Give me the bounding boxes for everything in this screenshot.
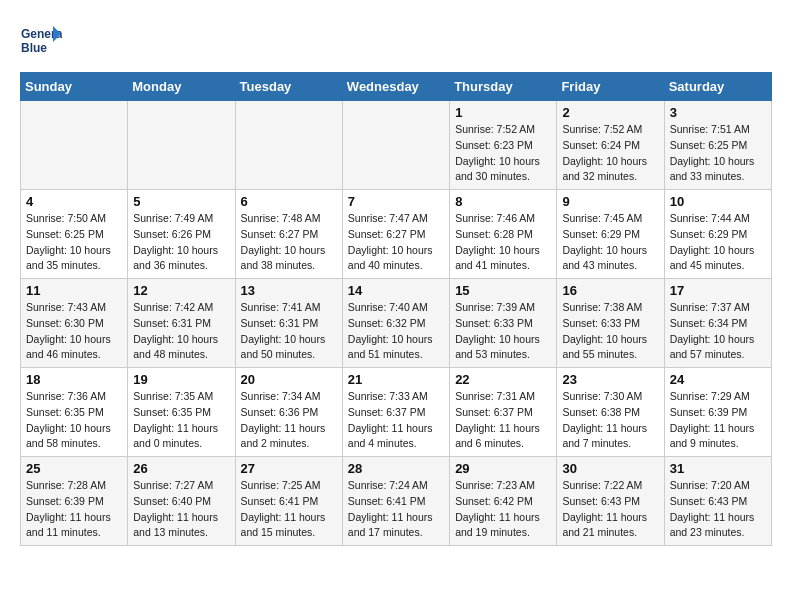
day-number: 29 [455, 461, 551, 476]
day-number: 25 [26, 461, 122, 476]
calendar-week-row: 1Sunrise: 7:52 AMSunset: 6:23 PMDaylight… [21, 101, 772, 190]
day-info: Sunrise: 7:49 AMSunset: 6:26 PMDaylight:… [133, 211, 229, 274]
day-info: Sunrise: 7:44 AMSunset: 6:29 PMDaylight:… [670, 211, 766, 274]
calendar-week-row: 4Sunrise: 7:50 AMSunset: 6:25 PMDaylight… [21, 190, 772, 279]
calendar-cell: 17Sunrise: 7:37 AMSunset: 6:34 PMDayligh… [664, 279, 771, 368]
day-info: Sunrise: 7:22 AMSunset: 6:43 PMDaylight:… [562, 478, 658, 541]
day-number: 26 [133, 461, 229, 476]
calendar-cell: 1Sunrise: 7:52 AMSunset: 6:23 PMDaylight… [450, 101, 557, 190]
day-number: 13 [241, 283, 337, 298]
weekday-header-tuesday: Tuesday [235, 73, 342, 101]
day-info: Sunrise: 7:52 AMSunset: 6:24 PMDaylight:… [562, 122, 658, 185]
svg-text:Blue: Blue [21, 41, 47, 55]
weekday-header-thursday: Thursday [450, 73, 557, 101]
day-info: Sunrise: 7:41 AMSunset: 6:31 PMDaylight:… [241, 300, 337, 363]
day-number: 24 [670, 372, 766, 387]
day-number: 4 [26, 194, 122, 209]
calendar-cell: 19Sunrise: 7:35 AMSunset: 6:35 PMDayligh… [128, 368, 235, 457]
day-number: 7 [348, 194, 444, 209]
day-info: Sunrise: 7:52 AMSunset: 6:23 PMDaylight:… [455, 122, 551, 185]
day-number: 6 [241, 194, 337, 209]
weekday-header-monday: Monday [128, 73, 235, 101]
calendar-cell: 11Sunrise: 7:43 AMSunset: 6:30 PMDayligh… [21, 279, 128, 368]
day-info: Sunrise: 7:48 AMSunset: 6:27 PMDaylight:… [241, 211, 337, 274]
day-info: Sunrise: 7:43 AMSunset: 6:30 PMDaylight:… [26, 300, 122, 363]
calendar-cell: 23Sunrise: 7:30 AMSunset: 6:38 PMDayligh… [557, 368, 664, 457]
day-number: 23 [562, 372, 658, 387]
day-info: Sunrise: 7:38 AMSunset: 6:33 PMDaylight:… [562, 300, 658, 363]
day-number: 11 [26, 283, 122, 298]
day-number: 28 [348, 461, 444, 476]
calendar-cell: 5Sunrise: 7:49 AMSunset: 6:26 PMDaylight… [128, 190, 235, 279]
day-info: Sunrise: 7:40 AMSunset: 6:32 PMDaylight:… [348, 300, 444, 363]
calendar-cell: 16Sunrise: 7:38 AMSunset: 6:33 PMDayligh… [557, 279, 664, 368]
calendar-cell: 22Sunrise: 7:31 AMSunset: 6:37 PMDayligh… [450, 368, 557, 457]
calendar-cell: 26Sunrise: 7:27 AMSunset: 6:40 PMDayligh… [128, 457, 235, 546]
day-info: Sunrise: 7:42 AMSunset: 6:31 PMDaylight:… [133, 300, 229, 363]
day-number: 5 [133, 194, 229, 209]
day-info: Sunrise: 7:36 AMSunset: 6:35 PMDaylight:… [26, 389, 122, 452]
day-number: 16 [562, 283, 658, 298]
day-number: 30 [562, 461, 658, 476]
day-number: 27 [241, 461, 337, 476]
weekday-header-friday: Friday [557, 73, 664, 101]
day-number: 18 [26, 372, 122, 387]
header: General Blue [20, 20, 772, 62]
day-number: 3 [670, 105, 766, 120]
calendar-cell: 3Sunrise: 7:51 AMSunset: 6:25 PMDaylight… [664, 101, 771, 190]
day-number: 12 [133, 283, 229, 298]
calendar-week-row: 25Sunrise: 7:28 AMSunset: 6:39 PMDayligh… [21, 457, 772, 546]
day-info: Sunrise: 7:39 AMSunset: 6:33 PMDaylight:… [455, 300, 551, 363]
day-info: Sunrise: 7:34 AMSunset: 6:36 PMDaylight:… [241, 389, 337, 452]
calendar-cell: 12Sunrise: 7:42 AMSunset: 6:31 PMDayligh… [128, 279, 235, 368]
day-number: 9 [562, 194, 658, 209]
calendar-cell: 20Sunrise: 7:34 AMSunset: 6:36 PMDayligh… [235, 368, 342, 457]
day-info: Sunrise: 7:45 AMSunset: 6:29 PMDaylight:… [562, 211, 658, 274]
logo-svg: General Blue [20, 20, 62, 62]
calendar-week-row: 18Sunrise: 7:36 AMSunset: 6:35 PMDayligh… [21, 368, 772, 457]
day-number: 22 [455, 372, 551, 387]
calendar-cell: 15Sunrise: 7:39 AMSunset: 6:33 PMDayligh… [450, 279, 557, 368]
day-info: Sunrise: 7:33 AMSunset: 6:37 PMDaylight:… [348, 389, 444, 452]
calendar-cell: 24Sunrise: 7:29 AMSunset: 6:39 PMDayligh… [664, 368, 771, 457]
calendar-cell: 18Sunrise: 7:36 AMSunset: 6:35 PMDayligh… [21, 368, 128, 457]
day-info: Sunrise: 7:51 AMSunset: 6:25 PMDaylight:… [670, 122, 766, 185]
calendar-cell: 27Sunrise: 7:25 AMSunset: 6:41 PMDayligh… [235, 457, 342, 546]
day-info: Sunrise: 7:29 AMSunset: 6:39 PMDaylight:… [670, 389, 766, 452]
calendar-cell: 6Sunrise: 7:48 AMSunset: 6:27 PMDaylight… [235, 190, 342, 279]
day-info: Sunrise: 7:46 AMSunset: 6:28 PMDaylight:… [455, 211, 551, 274]
day-info: Sunrise: 7:37 AMSunset: 6:34 PMDaylight:… [670, 300, 766, 363]
calendar-cell: 21Sunrise: 7:33 AMSunset: 6:37 PMDayligh… [342, 368, 449, 457]
calendar-cell: 8Sunrise: 7:46 AMSunset: 6:28 PMDaylight… [450, 190, 557, 279]
day-number: 2 [562, 105, 658, 120]
weekday-header-saturday: Saturday [664, 73, 771, 101]
day-number: 1 [455, 105, 551, 120]
calendar-cell: 30Sunrise: 7:22 AMSunset: 6:43 PMDayligh… [557, 457, 664, 546]
day-info: Sunrise: 7:24 AMSunset: 6:41 PMDaylight:… [348, 478, 444, 541]
day-info: Sunrise: 7:20 AMSunset: 6:43 PMDaylight:… [670, 478, 766, 541]
day-info: Sunrise: 7:35 AMSunset: 6:35 PMDaylight:… [133, 389, 229, 452]
calendar-cell: 4Sunrise: 7:50 AMSunset: 6:25 PMDaylight… [21, 190, 128, 279]
calendar-cell: 28Sunrise: 7:24 AMSunset: 6:41 PMDayligh… [342, 457, 449, 546]
weekday-header-row: SundayMondayTuesdayWednesdayThursdayFrid… [21, 73, 772, 101]
calendar-cell: 7Sunrise: 7:47 AMSunset: 6:27 PMDaylight… [342, 190, 449, 279]
day-number: 31 [670, 461, 766, 476]
calendar-cell: 9Sunrise: 7:45 AMSunset: 6:29 PMDaylight… [557, 190, 664, 279]
weekday-header-wednesday: Wednesday [342, 73, 449, 101]
page-container: General Blue SundayMondayTuesdayWednesda… [20, 20, 772, 546]
day-info: Sunrise: 7:27 AMSunset: 6:40 PMDaylight:… [133, 478, 229, 541]
day-info: Sunrise: 7:28 AMSunset: 6:39 PMDaylight:… [26, 478, 122, 541]
calendar-cell: 29Sunrise: 7:23 AMSunset: 6:42 PMDayligh… [450, 457, 557, 546]
day-number: 14 [348, 283, 444, 298]
day-number: 21 [348, 372, 444, 387]
calendar-cell [21, 101, 128, 190]
calendar-table: SundayMondayTuesdayWednesdayThursdayFrid… [20, 72, 772, 546]
calendar-cell: 2Sunrise: 7:52 AMSunset: 6:24 PMDaylight… [557, 101, 664, 190]
day-info: Sunrise: 7:47 AMSunset: 6:27 PMDaylight:… [348, 211, 444, 274]
day-info: Sunrise: 7:30 AMSunset: 6:38 PMDaylight:… [562, 389, 658, 452]
day-info: Sunrise: 7:31 AMSunset: 6:37 PMDaylight:… [455, 389, 551, 452]
weekday-header-sunday: Sunday [21, 73, 128, 101]
calendar-cell: 13Sunrise: 7:41 AMSunset: 6:31 PMDayligh… [235, 279, 342, 368]
day-number: 17 [670, 283, 766, 298]
day-number: 15 [455, 283, 551, 298]
